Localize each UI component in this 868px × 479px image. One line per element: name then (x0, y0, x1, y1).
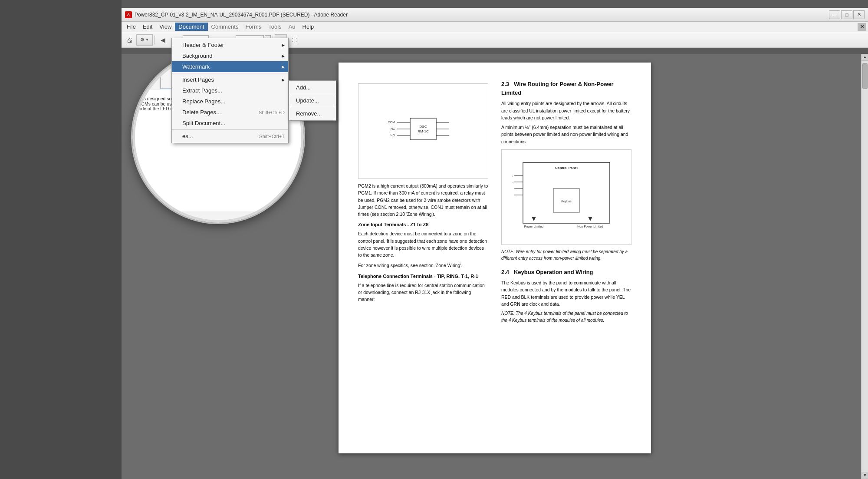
svg-text:+: + (512, 175, 513, 177)
minimize-button[interactable]: ─ (829, 10, 840, 19)
window-controls: ─ □ ✕ (829, 10, 865, 19)
menu-item-replace-pages[interactable]: Replace Pages... (172, 96, 288, 107)
pdf-pgm2-text: PGM2 is a high current output (300mA) an… (358, 182, 488, 218)
background-label: Background (182, 53, 212, 59)
svg-text:Control Panel: Control Panel (555, 166, 578, 170)
watermark-submenu: Add... Update... Remove... (289, 80, 336, 121)
scroll-thumb[interactable] (862, 63, 868, 89)
left-panel (0, 0, 122, 479)
pdf-section-23-title: 2.3 Wire Routing for Power & Non-Power L… (501, 80, 631, 97)
svg-text:NO: NO (391, 134, 395, 137)
insert-pages-label: Insert Pages (182, 76, 214, 83)
pdf-zone-ref: For zone wiring specifics, see section '… (358, 262, 488, 269)
extract-pages-label: Extract Pages... (182, 87, 222, 94)
svg-rect-12 (523, 162, 610, 223)
menu-help[interactable]: Help (299, 23, 318, 31)
tools-icon: ⚙ (140, 37, 145, 43)
watermark-update-item[interactable]: Update... (289, 95, 336, 106)
toolbar-separator-1 (155, 36, 155, 44)
window-title: Power832_CP-01_v3-2_IM_EN_NA-UL_29034674… (135, 12, 348, 18)
svg-rect-0 (410, 118, 436, 140)
svg-text:NC: NC (391, 127, 395, 130)
tools-dropdown-button[interactable]: ⚙ ▼ (136, 34, 153, 46)
pdf-note-23: NOTE: Wire entry for power limited wirin… (501, 248, 631, 262)
menu-forms[interactable]: Forms (242, 23, 265, 31)
watermark-add-item[interactable]: Add... (289, 82, 336, 93)
svg-text:Keybus: Keybus (561, 200, 572, 203)
svg-text:Power Limited: Power Limited (524, 225, 543, 228)
menu-separator-2 (172, 129, 288, 130)
svg-text:COM: COM (388, 121, 395, 124)
menu-item-delete-pages[interactable]: Delete Pages... Shift+Ctrl+D (172, 107, 288, 118)
watermark-submenu-sep (289, 94, 336, 94)
print-button[interactable]: 🖨 (123, 34, 135, 46)
title-bar: A Power832_CP-01_v3-2_IM_EN_NA-UL_290346… (122, 8, 868, 22)
title-bar-left: A Power832_CP-01_v3-2_IM_EN_NA-UL_290346… (125, 11, 348, 18)
menu-separator-1 (172, 73, 288, 73)
menu-item-header-footer[interactable]: Header & Footer ▶ (172, 40, 288, 50)
menu-tools[interactable]: Tools (265, 23, 285, 31)
panel-close-button[interactable]: ✕ (858, 23, 866, 31)
tools-dropdown-arrow: ▼ (145, 38, 149, 42)
menu-document[interactable]: Document (175, 23, 207, 31)
watermark-remove-item[interactable]: Remove... (289, 108, 336, 119)
svg-marker-25 (588, 217, 592, 221)
pdf-section-23-body1: All wiring entry points are designated b… (501, 100, 631, 121)
menu-item-insert-pages[interactable]: Insert Pages ▶ (172, 74, 288, 85)
last-item-label: es... (182, 133, 193, 139)
pdf-section-23-body2: A minimum ¼" (6.4mm) separation must be … (501, 124, 631, 145)
svg-text:DSC: DSC (420, 125, 427, 129)
menu-item-extract-pages[interactable]: Extract Pages... (172, 85, 288, 96)
menu-bar: File Edit View Document Comments Forms T… (122, 22, 868, 32)
watermark-submenu-sep2 (289, 107, 336, 107)
menu-edit[interactable]: Edit (139, 23, 156, 31)
circuit-diagram-left: DSC RM-1C COM NC NO (358, 83, 488, 179)
app-icon: A (125, 11, 132, 18)
menu-item-background[interactable]: Background ▶ (172, 50, 288, 61)
pdf-zone-title: Zone Input Terminals - Z1 to Z8 (358, 221, 488, 228)
menu-view[interactable]: View (156, 23, 175, 31)
pdf-scrollbar[interactable]: ▲ ▼ (861, 54, 868, 479)
nav-prev-button[interactable]: ◀ (157, 34, 169, 46)
menu-item-watermark[interactable]: Watermark ▶ (172, 61, 288, 72)
svg-text:RM-1C: RM-1C (418, 129, 429, 133)
watermark-label: Watermark (182, 63, 210, 70)
header-footer-label: Header & Footer (182, 42, 224, 48)
document-menu-dropdown: Header & Footer ▶ Background ▶ Watermark… (171, 38, 289, 143)
close-button[interactable]: ✕ (853, 10, 865, 19)
pdf-note-24: NOTE: The 4 Keybus terminals of the pane… (501, 310, 631, 324)
menu-item-split-document[interactable]: Split Document... (172, 118, 288, 129)
replace-pages-label: Replace Pages... (182, 98, 225, 105)
pdf-left-col: DSC RM-1C COM NC NO PGM2 is a high (358, 80, 488, 324)
menu-file[interactable]: File (123, 23, 139, 31)
watermark-add-label: Add... (296, 84, 311, 91)
full-screen-button[interactable]: ⛶ (288, 34, 300, 46)
watermark-arrow: ▶ (282, 65, 285, 69)
watermark-remove-label: Remove... (296, 110, 322, 117)
insert-pages-arrow: ▶ (282, 78, 285, 82)
background-arrow: ▶ (282, 54, 285, 58)
svg-text:-: - (513, 181, 513, 184)
pdf-section-24-title: 2.4 Keybus Operation and Wiring (501, 268, 631, 277)
pdf-zone-text: Each detection device must be connected … (358, 230, 488, 258)
pdf-telephone-text: If a telephone line is required for cent… (358, 282, 488, 303)
pdf-right-col: 2.3 Wire Routing for Power & Non-Power L… (501, 80, 631, 324)
menu-item-last[interactable]: es... Shift+Ctrl+T (172, 131, 288, 142)
delete-pages-label: Delete Pages... (182, 109, 221, 116)
svg-marker-24 (532, 217, 536, 221)
menu-comments[interactable]: Comments (208, 23, 242, 31)
circuit-diagram-right: Control Panel Keybus + - Power Limi (501, 149, 631, 245)
split-document-label: Split Document... (182, 120, 225, 126)
pdf-telephone-title: Telephone Connection Terminals - TIP, RI… (358, 273, 488, 280)
watermark-update-label: Update... (296, 97, 319, 104)
maximize-button[interactable]: □ (841, 10, 852, 19)
scroll-up-button[interactable]: ▲ (861, 54, 868, 61)
pdf-section-24-body: The Keybus is used by the panel to commu… (501, 279, 631, 307)
pdf-page: DSC RM-1C COM NC NO PGM2 is a high (339, 63, 651, 453)
delete-pages-shortcut: Shift+Ctrl+D (259, 110, 285, 115)
menu-au[interactable]: Au (285, 23, 299, 31)
last-item-shortcut: Shift+Ctrl+T (259, 134, 285, 139)
scroll-down-button[interactable]: ▼ (861, 472, 868, 479)
header-footer-arrow: ▶ (282, 43, 285, 47)
svg-text:Non-Power Limited: Non-Power Limited (577, 225, 603, 228)
